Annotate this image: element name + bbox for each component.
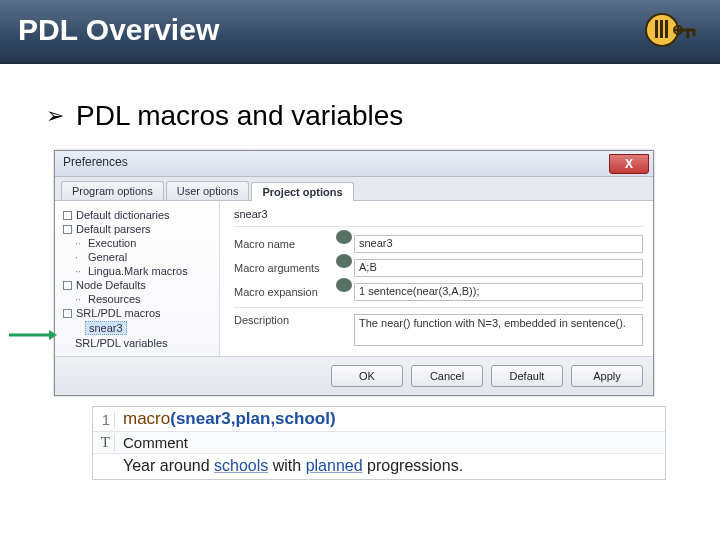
token-keyword: macro — [123, 409, 170, 429]
svg-rect-3 — [665, 20, 668, 38]
form-row: Description The near() function with N=3… — [234, 314, 643, 346]
dialog-title: Preferences — [63, 155, 128, 169]
comment-marker-icon: T — [97, 434, 115, 451]
tree-expand-icon[interactable] — [63, 281, 72, 290]
preferences-dialog: Preferences X Program options User optio… — [54, 150, 654, 396]
tab-program-options[interactable]: Program options — [61, 181, 164, 200]
cancel-button[interactable]: Cancel — [411, 365, 483, 387]
tree-branch-icon: ·· — [75, 293, 84, 305]
tree-branch-icon: ·· — [75, 265, 84, 277]
tree-branch-icon: ·· — [75, 237, 84, 249]
annotation-dot-icon — [336, 254, 352, 268]
tree-item[interactable]: ··Resources — [61, 292, 215, 306]
slide-title-bar: PDL Overview — [0, 0, 720, 64]
divider — [234, 307, 643, 308]
svg-rect-2 — [660, 20, 663, 38]
slide-title: PDL Overview — [18, 13, 219, 47]
tab-project-options[interactable]: Project options — [251, 182, 353, 201]
text-fragment: progressions. — [363, 457, 464, 474]
tree-item[interactable]: Node Defaults — [61, 278, 215, 292]
text-fragment: Year around — [123, 457, 214, 474]
line-number: 1 — [97, 411, 115, 428]
macro-expansion-input[interactable]: 1 sentence(near(3,A,B)); — [354, 283, 643, 301]
tree-expand-icon[interactable] — [63, 225, 72, 234]
matched-term: schools — [214, 457, 268, 474]
breadcrumb: snear3 — [234, 208, 643, 227]
dialog-header: Preferences X — [55, 151, 653, 177]
annotation-dot-icon — [336, 278, 352, 292]
field-label: Description — [234, 314, 354, 346]
tree-item[interactable]: ··Execution — [61, 236, 215, 250]
tree-item[interactable]: ·General — [61, 250, 215, 264]
close-button[interactable]: X — [609, 154, 649, 174]
token-args: (snear3,plan,school) — [170, 409, 335, 429]
annotation-dot-icon — [336, 230, 352, 244]
tree-item[interactable]: ··Lingua.Mark macros — [61, 264, 215, 278]
tab-strip: Program options User options Project opt… — [55, 177, 653, 201]
comment-label: Comment — [123, 434, 188, 451]
form-row: Macro expansion 1 sentence(near(3,A,B)); — [234, 283, 643, 301]
code-editor: 1 macro(snear3,plan,school) T Comment Ye… — [92, 406, 666, 480]
tree-item[interactable]: Default dictionaries — [61, 208, 215, 222]
macro-name-input[interactable]: snear3 — [354, 235, 643, 253]
tree-item-selected[interactable]: snear3 — [61, 320, 215, 336]
tree-item[interactable]: Default parsers — [61, 222, 215, 236]
svg-rect-1 — [655, 20, 658, 38]
tree-expand-icon[interactable] — [63, 309, 72, 318]
apply-button[interactable]: Apply — [571, 365, 643, 387]
editor-sentence[interactable]: Year around schools with planned progres… — [93, 453, 665, 479]
bullet-arrow-icon: ➢ — [46, 103, 64, 129]
svg-marker-6 — [49, 330, 57, 340]
dialog-button-bar: OK Cancel Default Apply — [55, 356, 653, 395]
tree-expand-icon[interactable] — [63, 211, 72, 220]
bullet-text: PDL macros and variables — [76, 100, 403, 132]
form-row: Macro arguments A;B — [234, 259, 643, 277]
callout-arrow-icon — [9, 330, 57, 340]
tree-item[interactable]: SRL/PDL variables — [61, 336, 215, 350]
form-panel: snear3 Macro name snear3 Macro arguments… — [220, 202, 653, 356]
tree-branch-icon: · — [75, 251, 84, 263]
tree-item[interactable]: SRL/PDL macros — [61, 306, 215, 320]
editor-line[interactable]: 1 macro(snear3,plan,school) — [93, 407, 665, 431]
editor-comment-row[interactable]: T Comment — [93, 431, 665, 453]
description-input[interactable]: The near() function with N=3, embedded i… — [354, 314, 643, 346]
matched-term: planned — [306, 457, 363, 474]
form-row: Macro name snear3 — [234, 235, 643, 253]
default-button[interactable]: Default — [491, 365, 563, 387]
bullet-row: ➢ PDL macros and variables — [0, 64, 720, 150]
tab-user-options[interactable]: User options — [166, 181, 250, 200]
ok-button[interactable]: OK — [331, 365, 403, 387]
logo-icon — [632, 8, 702, 52]
text-fragment: with — [268, 457, 305, 474]
close-icon: X — [625, 157, 633, 171]
macro-arguments-input[interactable]: A;B — [354, 259, 643, 277]
options-tree[interactable]: Default dictionaries Default parsers ··E… — [55, 202, 220, 356]
